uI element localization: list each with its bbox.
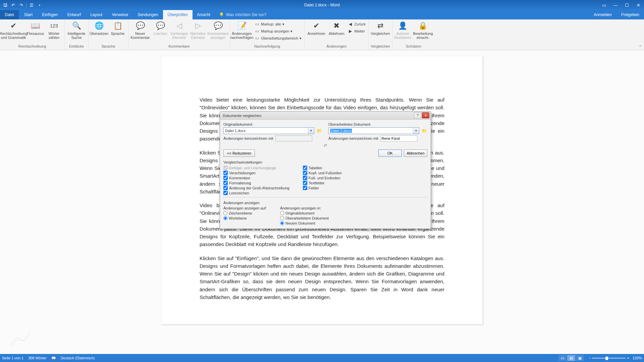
quick-access-toolbar: 🖫 ↶ ↷ ☰ ▾ — [0, 1, 43, 9]
share-button[interactable]: Freigeben — [616, 10, 644, 19]
tab-start[interactable]: Start — [19, 10, 37, 19]
qat-customize-icon[interactable]: ▾ — [36, 1, 43, 9]
chk-case[interactable] — [223, 186, 228, 190]
chk-tables[interactable] — [303, 166, 307, 170]
tab-design[interactable]: Entwurf — [63, 10, 86, 19]
chk-whitespace[interactable] — [223, 191, 228, 195]
track-changes-button[interactable]: 📝Änderungennachverfolgen — [231, 20, 252, 40]
language-button[interactable]: 📋Sprache — [109, 20, 127, 36]
status-wordcount[interactable]: 308 Wörter — [28, 356, 46, 360]
next-change-button[interactable]: ▶Weiter — [346, 28, 367, 35]
chk-headers[interactable] — [303, 171, 307, 175]
ribbon-tabs: Datei Start Einfügen Entwurf Layout Verw… — [0, 10, 644, 19]
chk-formatting[interactable] — [223, 181, 228, 185]
group-protect: 👤Autorenblockieren 🔒Bearbeitungeinschr. … — [392, 19, 435, 50]
radio-word-level[interactable] — [223, 216, 227, 220]
zoom-slider[interactable] — [592, 358, 626, 359]
tab-review[interactable]: Überprüfen — [163, 10, 193, 19]
swap-icon[interactable]: ⇄ — [223, 143, 427, 147]
touch-mode-icon[interactable]: ☰ — [28, 1, 35, 9]
save-icon[interactable]: 🖫 — [1, 1, 9, 9]
radio-char-level[interactable] — [223, 211, 227, 215]
smart-lookup-button[interactable]: 🔍IntelligenteSuche — [66, 20, 87, 40]
cancel-button[interactable]: Abbrechen — [404, 149, 427, 157]
thesaurus-button[interactable]: 📖Thesaurus — [26, 20, 44, 36]
ok-button[interactable]: OK — [378, 149, 402, 157]
chk-textboxes[interactable] — [303, 181, 307, 185]
tab-file[interactable]: Datei — [0, 10, 19, 19]
reviewing-pane-dropdown[interactable]: ▭Überarbeitungsbereich ▾ — [253, 35, 303, 42]
compare-dialog: Dokumente vergleichen ? ✕ Originaldokume… — [220, 111, 431, 229]
show-markup-dropdown[interactable]: ▭Markup anzeigen ▾ — [253, 28, 303, 35]
new-comment-button[interactable]: 💬NeuerKommentar — [130, 20, 151, 40]
group-changes: ✔Annehmen ✖Ablehnen ◀Zurück ▶Weiter Ände… — [305, 19, 369, 50]
compare-settings-label: Vergleichseinstellungen — [223, 160, 427, 164]
status-language[interactable]: Deutsch (Österreich) — [61, 356, 95, 360]
markup-display-dropdown[interactable]: ▭Markup: alle ▾ — [253, 21, 303, 27]
minimize-icon[interactable]: — — [610, 0, 621, 10]
chk-comments[interactable] — [223, 176, 228, 180]
original-document-dropdown[interactable]: Datei 1.docx▼ — [223, 127, 314, 134]
revised-changes-input[interactable] — [380, 135, 417, 141]
read-mode-icon[interactable]: ▭ — [558, 355, 567, 361]
redo-icon[interactable]: ↷ — [17, 1, 25, 9]
block-authors-button: 👤Autorenblockieren — [394, 20, 412, 40]
group-language: 🌐Übersetzen 📋Sprache Sprache — [89, 19, 128, 50]
tab-view[interactable]: Ansicht — [193, 10, 215, 19]
zoom-out-icon[interactable]: − — [589, 356, 591, 360]
radio-in-new[interactable] — [280, 221, 284, 225]
maximize-icon[interactable]: ☐ — [621, 0, 633, 10]
watermark-icon — [9, 327, 32, 351]
undo-icon[interactable]: ↶ — [9, 1, 17, 9]
spelling-button[interactable]: ✔Rechtschreibungund Grammatik — [1, 20, 25, 40]
wordcount-button[interactable]: 123Wörterzählen — [45, 20, 63, 40]
ribbon: ✔Rechtschreibungund Grammatik 📖Thesaurus… — [0, 19, 644, 50]
translate-button[interactable]: 🌐Übersetzen — [90, 20, 108, 36]
close-icon[interactable]: ✕ — [422, 112, 429, 118]
group-proofing: ✔Rechtschreibungund Grammatik 📖Thesaurus… — [0, 19, 65, 50]
tab-references[interactable]: Verweise — [107, 10, 133, 19]
chk-moves[interactable] — [223, 171, 228, 175]
help-icon[interactable]: ? — [414, 112, 421, 118]
radio-in-original[interactable] — [280, 211, 284, 215]
tab-layout[interactable]: Layout — [86, 10, 107, 19]
print-layout-icon[interactable]: ▤ — [567, 355, 575, 361]
original-changes-input — [275, 135, 312, 141]
accept-button[interactable]: ✔Annehmen — [306, 20, 327, 36]
proofing-icon[interactable]: 📖 — [51, 356, 56, 360]
prev-change-button[interactable]: ◀Zurück — [346, 21, 367, 27]
zoom-value[interactable]: 120% — [633, 356, 642, 360]
compare-button[interactable]: ⇄Vergleichen — [370, 20, 391, 36]
paragraph: Klicken Sie auf "Einfügen", und Sie dann… — [200, 254, 444, 301]
tell-me-search[interactable]: 💡 Was möchten Sie tun? — [219, 10, 266, 19]
tab-mailings[interactable]: Sendungen — [133, 10, 163, 19]
close-icon[interactable]: ✕ — [633, 0, 644, 10]
reject-button[interactable]: ✖Ablehnen — [327, 20, 345, 36]
show-at-label: Änderungen anzeigen auf: — [223, 206, 267, 210]
delete-comment-button: 💬Löschen — [151, 20, 169, 36]
tab-insert[interactable]: Einfügen — [37, 10, 62, 19]
signin-button[interactable]: Anmelden — [589, 10, 616, 19]
collapse-ribbon-icon[interactable]: ⌃ — [639, 45, 642, 49]
lightbulb-icon: 💡 — [219, 12, 224, 17]
zoom-control[interactable]: − + 120% — [589, 356, 642, 360]
web-layout-icon[interactable]: ▦ — [576, 355, 584, 361]
status-page[interactable]: Seite 1 von 1 — [2, 356, 23, 360]
revised-label: Überarbeitetes Dokument — [328, 122, 427, 126]
ribbon-options-icon[interactable]: ▭ — [598, 0, 610, 10]
title-bar: 🖫 ↶ ↷ ☰ ▾ Datei 2.docx - Word ▭ — ☐ ✕ — [0, 0, 644, 10]
radio-in-revised[interactable] — [280, 216, 284, 220]
chk-fields[interactable] — [303, 186, 307, 190]
browse-revised-icon[interactable]: 📁 — [421, 128, 427, 134]
zoom-in-icon[interactable]: + — [627, 356, 629, 360]
group-tracking: 📝Änderungennachverfolgen ▭Markup: alle ▾… — [230, 19, 305, 50]
chk-footnotes[interactable] — [303, 176, 307, 180]
reduce-button[interactable]: << Reduzieren — [223, 149, 255, 157]
window-title: Datei 2.docx - Word — [0, 3, 644, 7]
group-insights: 🔍IntelligenteSuche Einblicke — [65, 19, 89, 50]
group-compare: ⇄Vergleichen Vergleichen — [369, 19, 392, 50]
browse-original-icon[interactable]: 📁 — [316, 128, 322, 134]
restrict-editing-button[interactable]: 🔒Bearbeitungeinschr. — [413, 20, 433, 40]
revised-document-dropdown[interactable]: Datei 2.docx▼ — [328, 127, 419, 134]
dialog-titlebar[interactable]: Dokumente vergleichen ? ✕ — [220, 112, 431, 120]
